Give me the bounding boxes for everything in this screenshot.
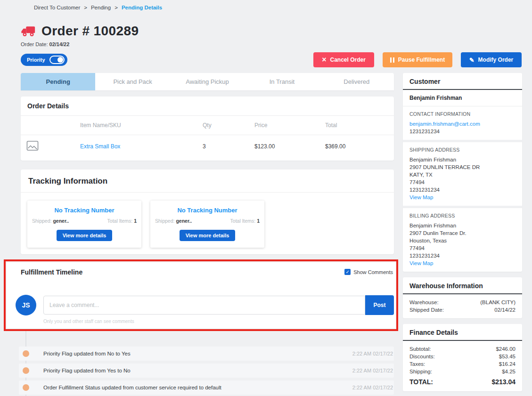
tracking-information-card: Tracking Information No Tracking Number … bbox=[21, 170, 394, 254]
customer-email-link[interactable]: benjamin.frishman@cart.com bbox=[409, 121, 480, 127]
warehouse-row: Warehouse: (BLANK CITY) bbox=[409, 299, 516, 306]
total-items-info: Total Items: 1 bbox=[107, 218, 137, 224]
pause-fulfillment-label: Pause Fulfillment bbox=[398, 57, 445, 63]
show-comments-checkbox[interactable]: ✓ Show Comments bbox=[344, 269, 393, 275]
column-item-name-sku: Item Name/SKU bbox=[80, 122, 203, 129]
discounts-row: Discounts: $53.45 bbox=[409, 353, 516, 360]
order-date-label: Order Date: bbox=[21, 41, 48, 47]
shipping-row: Shipping: $4.25 bbox=[409, 368, 516, 375]
timeline-entry: Priority Flag updated from Yes to No 2:2… bbox=[19, 364, 394, 378]
item-name-link[interactable]: Extra Small Box bbox=[80, 143, 120, 150]
breadcrumb-item-direct-to-customer[interactable]: Direct To Customer bbox=[34, 5, 80, 10]
warehouse-information-card: Warehouse Information Warehouse: (BLANK … bbox=[403, 277, 522, 318]
customer-card-title: Customer bbox=[403, 73, 522, 90]
item-price: $123.00 bbox=[254, 143, 325, 150]
breadcrumb-item-pending[interactable]: Pending bbox=[91, 5, 111, 10]
comment-input[interactable] bbox=[43, 296, 365, 315]
shipping-address-line: Benjamin Frishman bbox=[409, 156, 516, 163]
column-qty: Qty bbox=[203, 122, 254, 129]
shipping-address-heading: SHIPPING ADDRESS bbox=[409, 147, 516, 153]
tracking-information-title: Tracking Information bbox=[21, 170, 394, 193]
item-image-placeholder-icon bbox=[26, 141, 39, 151]
customer-card: Customer Benjamin Frishman CONTACT INFOR… bbox=[403, 73, 522, 272]
item-qty: 3 bbox=[203, 143, 254, 150]
priority-toggle[interactable]: Priority bbox=[21, 54, 67, 66]
shipping-address-section: SHIPPING ADDRESS Benjamin Frishman 2907 … bbox=[403, 142, 522, 206]
order-date: Order Date: 02/14/22 bbox=[21, 41, 139, 47]
order-date-value: 02/14/22 bbox=[49, 41, 70, 47]
comment-visibility-note: Only you and other staff can see comment… bbox=[43, 319, 396, 324]
fulfillment-timeline-title: Fulfillment Timeline bbox=[21, 268, 82, 276]
timeline-entry: Order Fulfillment Status updated from cu… bbox=[19, 380, 394, 395]
shipping-address-line: 2907 DUNLIN TERRACE DR bbox=[409, 163, 516, 171]
order-details-title: Order Details bbox=[21, 97, 394, 116]
timeline-entry-timestamp: 2:22 AM 02/17/22 bbox=[352, 368, 393, 373]
total-items-info: Total Items: 1 bbox=[230, 218, 260, 224]
tab-pick-and-pack[interactable]: Pick and Pack bbox=[95, 73, 170, 90]
shipped-date-value: 02/14/22 bbox=[494, 306, 516, 314]
fulfillment-timeline-card: Fulfillment Timeline ✓ Show Comments JS … bbox=[7, 262, 396, 328]
billing-address-line: 77494 bbox=[409, 244, 516, 252]
tab-pending[interactable]: Pending bbox=[21, 73, 95, 90]
billing-address-line: 2907 Dunlin Terrace Dr. bbox=[409, 229, 516, 237]
warehouse-information-title: Warehouse Information bbox=[403, 277, 522, 294]
pencil-icon: ✎ bbox=[469, 57, 475, 64]
breadcrumb-separator: > bbox=[115, 5, 118, 10]
discounts-value: $53.45 bbox=[499, 353, 516, 360]
pause-fulfillment-button[interactable]: Pause Fulfillment bbox=[383, 52, 452, 67]
breadcrumb: Direct To Customer > Pending > Pending D… bbox=[34, 5, 162, 10]
shipped-date-row: Shipped Date: 02/14/22 bbox=[409, 306, 516, 314]
cancel-order-label: Cancel Order bbox=[330, 57, 365, 63]
shipped-info: Shipped: gener.. bbox=[155, 218, 192, 224]
contact-information-heading: CONTACT INFORMATION bbox=[409, 111, 516, 117]
modify-order-label: Modify Order bbox=[478, 57, 514, 63]
subtotal-label: Subtotal: bbox=[409, 345, 431, 353]
taxes-value: $16.24 bbox=[499, 360, 516, 368]
view-more-details-button[interactable]: View more details bbox=[180, 230, 236, 241]
contact-information-section: CONTACT INFORMATION benjamin.frishman@ca… bbox=[403, 106, 522, 140]
tab-awaiting-pickup[interactable]: Awaiting Pickup bbox=[170, 73, 245, 90]
shipping-view-map-link[interactable]: View Map bbox=[409, 194, 433, 200]
timeline-dot-icon bbox=[23, 384, 29, 391]
billing-address-line: Houston, Texas bbox=[409, 237, 516, 244]
column-price: Price bbox=[254, 122, 325, 129]
billing-view-map-link[interactable]: View Map bbox=[409, 260, 433, 266]
taxes-label: Taxes: bbox=[409, 360, 425, 368]
view-more-details-button[interactable]: View more details bbox=[57, 230, 113, 241]
item-total: $369.00 bbox=[325, 143, 394, 150]
taxes-row: Taxes: $16.24 bbox=[409, 360, 516, 368]
tracking-card: No Tracking Number Shipped: gener.. Tota… bbox=[150, 201, 264, 248]
modify-order-button[interactable]: ✎ Modify Order bbox=[461, 52, 522, 67]
timeline-entry-text: Priority Flag updated from No to Yes bbox=[43, 351, 131, 356]
breadcrumb-item-pending-details[interactable]: Pending Details bbox=[122, 5, 162, 10]
pause-icon bbox=[390, 57, 394, 63]
warehouse-value: (BLANK CITY) bbox=[480, 299, 516, 306]
user-avatar: JS bbox=[16, 295, 36, 315]
cancel-order-button[interactable]: × Cancel Order bbox=[313, 52, 374, 67]
timeline-entry: Priority Flag updated from No to Yes 2:2… bbox=[19, 347, 394, 361]
x-icon: × bbox=[322, 56, 326, 64]
tracking-card: No Tracking Number Shipped: gener.. Tota… bbox=[27, 201, 141, 248]
truck-icon bbox=[21, 25, 36, 37]
sidebar: Customer Benjamin Frishman CONTACT INFOR… bbox=[403, 73, 522, 391]
tab-in-transit[interactable]: In Transit bbox=[245, 73, 319, 90]
order-detail-page: Direct To Customer > Pending > Pending D… bbox=[0, 0, 532, 396]
billing-address-heading: BILLING ADDRESS bbox=[409, 213, 516, 218]
shipping-address-line: KATY, TX bbox=[409, 171, 516, 178]
show-comments-label: Show Comments bbox=[353, 269, 393, 275]
tracking-card-title: No Tracking Number bbox=[155, 207, 260, 214]
subtotal-row: Subtotal: $246.00 bbox=[409, 345, 516, 353]
order-item-row: Extra Small Box 3 $123.00 $369.00 bbox=[21, 135, 394, 161]
checkbox-checked-icon: ✓ bbox=[344, 269, 351, 275]
column-total: Total bbox=[325, 122, 394, 129]
shipped-value: gener.. bbox=[53, 218, 69, 224]
total-items-value: 1 bbox=[134, 218, 137, 224]
shipped-info: Shipped: gener.. bbox=[32, 218, 69, 224]
total-row: TOTAL: $213.04 bbox=[409, 378, 516, 387]
shipped-date-label: Shipped Date: bbox=[409, 306, 444, 314]
timeline-entry-text: Order Fulfillment Status updated from cu… bbox=[43, 385, 221, 390]
shipped-value: gener.. bbox=[176, 218, 192, 224]
tab-delivered[interactable]: Delivered bbox=[319, 73, 394, 90]
post-comment-button[interactable]: Post bbox=[365, 295, 394, 315]
warehouse-label: Warehouse: bbox=[409, 299, 439, 306]
